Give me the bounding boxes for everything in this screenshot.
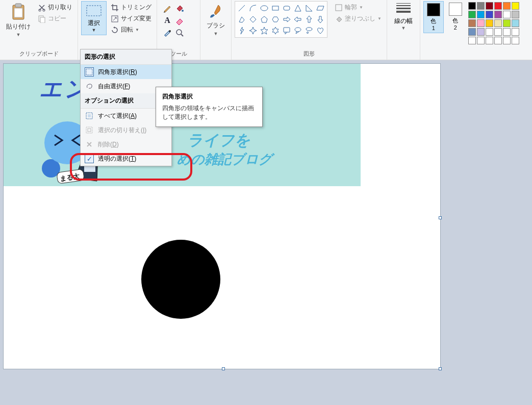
palette-swatch[interactable]: [486, 2, 493, 10]
paste-button[interactable]: 貼り付け ▼: [3, 1, 34, 39]
shape-diamond[interactable]: [247, 14, 259, 25]
palette-swatch[interactable]: [486, 28, 493, 36]
rotate-icon: [111, 26, 119, 34]
bucket-icon: [335, 15, 343, 23]
shape-hexagon[interactable]: [270, 14, 281, 25]
resize-handle-se[interactable]: [439, 367, 442, 370]
fill-tool[interactable]: [174, 3, 185, 13]
palette-swatch[interactable]: [468, 11, 476, 18]
copy-icon: [38, 15, 46, 23]
crop-button[interactable]: トリミング: [109, 3, 154, 12]
palette-swatch[interactable]: [503, 37, 511, 44]
brush-icon: [207, 3, 224, 20]
rotate-label: 回転: [121, 26, 133, 34]
menu-rect-select[interactable]: 四角形選択(R): [81, 65, 171, 79]
palette-swatch[interactable]: [477, 2, 485, 10]
crop-icon: [111, 4, 119, 12]
eraser-tool[interactable]: [174, 15, 185, 26]
palette-swatch[interactable]: [503, 2, 511, 10]
shape-pentagon[interactable]: [259, 14, 270, 25]
shape-star4[interactable]: [247, 25, 259, 36]
shape-arrow-left[interactable]: [292, 14, 303, 25]
palette-swatch[interactable]: [512, 2, 519, 10]
palette-swatch[interactable]: [477, 28, 485, 36]
magnifier-tool[interactable]: [174, 28, 185, 38]
palette-swatch[interactable]: [494, 19, 502, 27]
palette-swatch[interactable]: [477, 19, 485, 27]
group-stroke: 線の幅 ▼: [387, 0, 420, 60]
palette-swatch[interactable]: [468, 2, 476, 10]
clipboard-icon: [10, 3, 27, 21]
shape-triangle[interactable]: [292, 3, 303, 14]
stroke-width-button[interactable]: 線の幅 ▼: [390, 1, 417, 33]
select-button[interactable]: 選択 ▼: [81, 1, 107, 35]
shape-parallelogram[interactable]: [315, 3, 326, 14]
brush-button[interactable]: ブラシ ▼: [204, 1, 228, 38]
menu-free-select-label: 自由選択(F): [98, 82, 130, 91]
delete-icon: [85, 140, 94, 149]
palette-swatch[interactable]: [486, 19, 493, 27]
palette-swatch[interactable]: [494, 2, 502, 10]
shape-oval[interactable]: [259, 3, 270, 14]
shape-callout-round[interactable]: [292, 25, 303, 36]
shape-star5[interactable]: [259, 25, 270, 36]
color2-button[interactable]: 色 2: [446, 1, 465, 32]
svg-point-12: [261, 6, 268, 11]
palette-swatch[interactable]: [503, 28, 511, 36]
palette-swatch[interactable]: [477, 37, 485, 44]
shape-arrow-up[interactable]: [303, 14, 315, 25]
crop-label: トリミング: [121, 3, 151, 12]
palette-swatch[interactable]: [468, 28, 476, 36]
shape-roundrect[interactable]: [281, 3, 292, 14]
palette-swatch[interactable]: [494, 37, 502, 44]
shapes-gallery[interactable]: [235, 1, 327, 38]
palette-swatch[interactable]: [512, 28, 519, 36]
brush-label: ブラシ: [207, 21, 225, 30]
menu-rect-select-label: 四角形選択(R): [98, 68, 137, 77]
cut-button[interactable]: 切り取り: [36, 3, 74, 12]
svg-point-17: [307, 32, 309, 34]
palette-swatch[interactable]: [477, 11, 485, 18]
shape-line[interactable]: [236, 3, 247, 14]
shape-callout-rect[interactable]: [281, 25, 292, 36]
svg-rect-14: [284, 6, 290, 10]
rotate-button[interactable]: 回転 ▼: [109, 25, 154, 35]
palette-swatch[interactable]: [512, 19, 519, 27]
shape-callout-cloud[interactable]: [303, 25, 315, 36]
shape-rect[interactable]: [270, 3, 281, 14]
palette-swatch[interactable]: [468, 19, 476, 27]
palette-swatch[interactable]: [468, 37, 476, 44]
outline-button[interactable]: 輪郭 ▼: [333, 3, 384, 12]
shape-heart[interactable]: [315, 25, 326, 36]
color1-button[interactable]: 色 1: [423, 1, 444, 33]
outline-icon: [335, 4, 343, 12]
tooltip: 四角形選択 四角形の領域をキャンバスに描画して選択します。: [156, 87, 263, 127]
outline-label: 輪郭: [345, 3, 357, 12]
resize-handle-e[interactable]: [439, 216, 442, 219]
shape-arrow-right[interactable]: [281, 14, 292, 25]
checkbox-icon: ✓: [85, 154, 94, 163]
pencil-tool[interactable]: [162, 3, 172, 13]
text-tool[interactable]: A: [162, 15, 172, 26]
fill-button[interactable]: 塗りつぶし ▼: [333, 14, 384, 23]
palette-swatch[interactable]: [486, 11, 493, 18]
palette-swatch[interactable]: [512, 37, 519, 44]
palette-swatch[interactable]: [494, 11, 502, 18]
shape-arrow-down[interactable]: [315, 14, 326, 25]
copy-button[interactable]: コピー: [36, 14, 74, 23]
palette-swatch[interactable]: [503, 19, 511, 27]
palette-swatch[interactable]: [503, 11, 511, 18]
menu-transparent-select[interactable]: ✓ 透明の選択(T): [81, 151, 171, 166]
shape-lightning[interactable]: [236, 25, 247, 36]
shape-curve[interactable]: [247, 3, 259, 14]
picker-tool[interactable]: [162, 28, 172, 38]
palette-swatch[interactable]: [512, 11, 519, 18]
shape-star6[interactable]: [270, 25, 281, 36]
group-colors: 色 1 色 2: [420, 0, 524, 60]
resize-handle-s[interactable]: [222, 367, 225, 370]
shape-polygon[interactable]: [236, 14, 247, 25]
shape-right-triangle[interactable]: [303, 3, 315, 14]
palette-swatch[interactable]: [486, 37, 493, 44]
resize-button[interactable]: サイズ変更: [109, 14, 154, 23]
palette-swatch[interactable]: [494, 28, 502, 36]
